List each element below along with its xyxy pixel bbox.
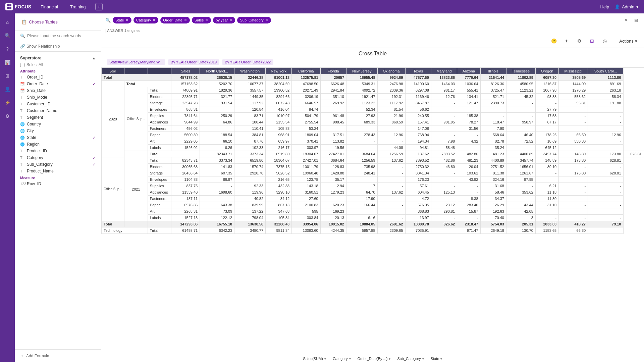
user-menu[interactable]: 👤 Admin ▾ [614, 4, 639, 9]
text-icon: T [20, 162, 25, 166]
sidebar-item-segment[interactable]: T Segment [15, 114, 101, 121]
chevron-down-icon: ▾ [635, 39, 637, 44]
sidebar-item-region[interactable]: 🌐 Region [15, 141, 101, 148]
filter-pill-year-end[interactable]: By YEAR Order_Date<2022 [222, 59, 273, 65]
add-formula-button[interactable]: ＋ Add Formula [20, 353, 96, 359]
bottom-sales[interactable]: Sales(SUM) ▾ [303, 357, 326, 361]
date-icon: 📅 [20, 89, 25, 93]
settings-tool-btn[interactable]: ⚙ [575, 36, 584, 46]
sidebar: 📋 Choose Tables 🔍 🔗 Show Relationship Su… [15, 13, 101, 362]
chip-subcategory[interactable]: Sub_Category ✕ [237, 17, 271, 23]
text-icon: T [20, 102, 25, 106]
sidebar-item-shipmode[interactable]: T Ship_Mode [15, 94, 101, 101]
table-row: Fasteners 187.11 - 40.82 34.12 27.60 - 1… [102, 196, 644, 202]
svg-rect-1 [9, 4, 11, 6]
text-icon: T [20, 149, 25, 153]
sidebar-item-productid[interactable]: T Product_ID [15, 148, 101, 154]
filter-pill-state[interactable]: State=New Jersey,Maryland,W... [107, 59, 165, 65]
select-all-input[interactable] [20, 63, 24, 67]
col-header-tx: Texas [405, 68, 431, 74]
col-header-sc: South Carol... [588, 68, 623, 74]
chip-orderdate-close[interactable]: ✕ [184, 18, 187, 22]
sidebar-item-productname[interactable]: T Product_Name [15, 168, 101, 174]
chip-sales-close[interactable]: ✕ [205, 18, 208, 22]
content-area: 🔍 State ✕ Category ✕ Order_Date ✕ Sales … [101, 13, 644, 362]
logo[interactable]: FOCUS [5, 3, 31, 10]
bottom-state[interactable]: State ▾ [431, 357, 442, 361]
chip-byyear-close[interactable]: ✕ [229, 18, 232, 22]
chip-subcategory-close[interactable]: ✕ [265, 18, 268, 22]
select-all-checkbox[interactable]: Select All [15, 62, 101, 68]
sidebar-item-customername[interactable]: T Customer_Name [15, 107, 101, 114]
table-container[interactable]: year Sales North Carol... Washington New… [101, 68, 644, 355]
bookmark-tool-btn[interactable]: ✦ [562, 36, 571, 46]
sidebar-item-shipdate[interactable]: 📅 Ship_Date [15, 87, 101, 94]
sidebar-item-orderdate[interactable]: 📅 Order_Date ✓ [15, 81, 101, 87]
filter-options-btn[interactable]: ⊞ [632, 16, 640, 24]
clear-filters-btn[interactable]: ✕ [622, 16, 630, 24]
search-input[interactable] [27, 34, 96, 38]
person-icon-btn[interactable]: 👤 [2, 84, 13, 95]
sidebar-item-city[interactable]: 🌐 City [15, 127, 101, 134]
table-icon-btn[interactable]: ⊞ [2, 70, 13, 81]
text-icon: T [20, 109, 25, 113]
actions-button[interactable]: Actions ▾ [616, 37, 640, 45]
sidebar-item-subcategory[interactable]: T Sub_Category ✓ [15, 161, 101, 168]
svg-rect-2 [7, 7, 9, 9]
text-icon: T [20, 95, 25, 99]
filter-search-icon[interactable]: 🔍 [105, 18, 111, 23]
col-header-sales: Sales [171, 68, 200, 74]
col-header-ny: New York [266, 68, 292, 74]
help-link[interactable]: Help [600, 4, 609, 9]
chip-category-close[interactable]: ✕ [152, 18, 156, 22]
sidebar-item-orderid[interactable]: T Order_ID [15, 74, 101, 81]
chip-state[interactable]: State ✕ [113, 17, 131, 23]
sidebar-item-category[interactable]: T Category ✓ [15, 154, 101, 161]
chip-sales[interactable]: Sales ✕ [192, 17, 211, 23]
sidebar-item-rowid[interactable]: 123 Row_ID [15, 180, 101, 187]
nav-financial[interactable]: Financial [38, 3, 61, 11]
number-icon: 123 [20, 182, 25, 186]
bottom-category[interactable]: Category ▾ [333, 357, 351, 361]
year-label-2020: 2020 [102, 81, 124, 157]
attribute-label: Attribute [15, 68, 101, 74]
text-icon: T [20, 75, 25, 79]
cross-table: year Sales North Carol... Washington New… [101, 68, 644, 234]
sidebar-item-state[interactable]: 🌐 State ✓ [15, 134, 101, 141]
choose-tables-button[interactable]: 📋 Choose Tables [20, 18, 96, 26]
question-icon-btn[interactable]: ? [2, 44, 13, 54]
flash-icon-btn[interactable]: ⚡ [2, 97, 13, 108]
emoji-tool-btn[interactable]: 🙂 [549, 36, 558, 46]
sidebar-section: Superstore ▲ Select All Attribute T Orde… [15, 52, 101, 349]
section-title: Superstore ▲ [15, 54, 101, 62]
nav-plus[interactable]: + [95, 3, 103, 10]
chip-orderdate[interactable]: Order_Date ✕ [160, 17, 190, 23]
col-header-ok: Oklahoma [377, 68, 405, 74]
result-count: | ANSWER 1 engines [101, 27, 644, 34]
table-row: Binders 22895.71 321.77 1449.35 8294.66 … [102, 94, 644, 100]
bottom-subcategory[interactable]: Sub_Category ▾ [397, 357, 424, 361]
bottom-orderdate[interactable]: Order_Date(By ...) ▾ [358, 357, 391, 361]
grid-tool-btn[interactable]: ⊞ [587, 36, 597, 46]
chart-icon-btn[interactable]: 📊 [2, 57, 13, 68]
globe-icon: 🌐 [20, 136, 25, 140]
filter-bar: 🔍 State ✕ Category ✕ Order_Date ✕ Sales … [101, 13, 644, 27]
sidebar-item-customerid[interactable]: T Customer_ID [15, 101, 101, 107]
settings-icon-btn[interactable]: ⚙ [2, 111, 13, 121]
show-relationship-btn[interactable]: 🔗 Show Relationship [15, 41, 101, 52]
chart-tool-btn[interactable]: ◎ [600, 36, 609, 46]
search-icon-btn[interactable]: 🔍 [2, 30, 13, 41]
chip-category[interactable]: Category ✕ [133, 17, 159, 23]
table-row: Supplies 7841.64 250.29 83.71 1010.97 50… [102, 113, 644, 119]
chip-state-close[interactable]: ✕ [125, 18, 129, 22]
date-icon: 📅 [20, 82, 25, 86]
year-label-2021: 2021 [124, 151, 148, 227]
col-header-ca: California [292, 68, 320, 74]
filter-pill-year-start[interactable]: By YEAR Order_Date>2019 [168, 59, 219, 65]
chip-byyear[interactable]: by year ✕ [213, 17, 235, 23]
nav-training[interactable]: Training [67, 3, 88, 11]
chevron-down-icon: ▾ [349, 357, 351, 361]
home-icon-btn[interactable]: ⌂ [2, 17, 13, 28]
chevron-up-icon[interactable]: ▲ [92, 56, 96, 60]
sidebar-item-country[interactable]: 🌐 Country [15, 121, 101, 127]
